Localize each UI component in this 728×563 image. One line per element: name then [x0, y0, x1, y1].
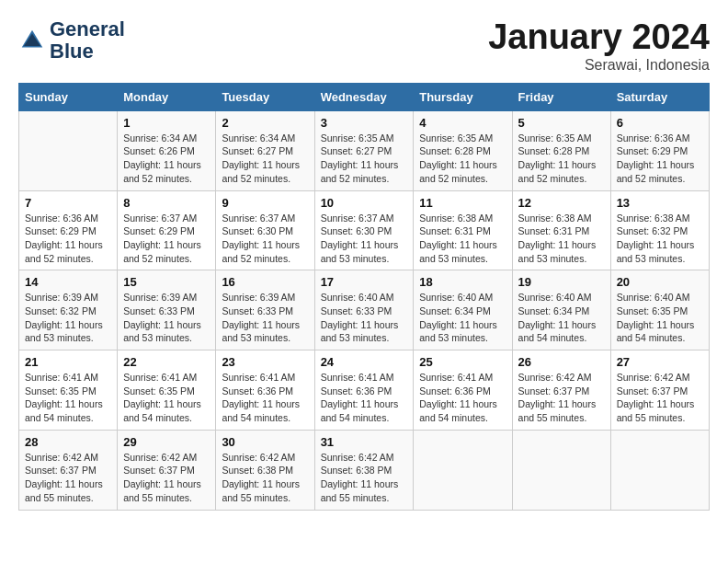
calendar-cell: 30Sunrise: 6:42 AMSunset: 6:38 PMDayligh… — [216, 430, 314, 510]
page-header: General Blue January 2024 Serawai, Indon… — [18, 18, 710, 74]
day-number: 17 — [321, 275, 408, 289]
day-number: 7 — [25, 196, 111, 210]
day-number: 23 — [222, 355, 308, 369]
logo: General Blue — [18, 18, 125, 63]
day-info: Sunrise: 6:35 AMSunset: 6:28 PMDaylight:… — [518, 132, 605, 186]
header-thursday: Thursday — [414, 83, 512, 110]
day-info: Sunrise: 6:42 AMSunset: 6:38 PMDaylight:… — [222, 451, 308, 505]
day-info: Sunrise: 6:41 AMSunset: 6:36 PMDaylight:… — [419, 371, 506, 425]
header-tuesday: Tuesday — [216, 83, 314, 110]
day-info: Sunrise: 6:34 AMSunset: 6:27 PMDaylight:… — [222, 132, 308, 186]
day-info: Sunrise: 6:37 AMSunset: 6:30 PMDaylight:… — [222, 212, 308, 266]
day-info: Sunrise: 6:42 AMSunset: 6:37 PMDaylight:… — [25, 451, 111, 505]
day-number: 22 — [123, 355, 210, 369]
day-number: 6 — [617, 116, 703, 130]
day-number: 31 — [321, 435, 408, 449]
day-info: Sunrise: 6:39 AMSunset: 6:33 PMDaylight:… — [123, 291, 210, 345]
day-info: Sunrise: 6:42 AMSunset: 6:37 PMDaylight:… — [518, 371, 605, 425]
day-info: Sunrise: 6:42 AMSunset: 6:37 PMDaylight:… — [617, 371, 703, 425]
calendar-cell: 12Sunrise: 6:38 AMSunset: 6:31 PMDayligh… — [512, 190, 610, 270]
calendar-cell: 28Sunrise: 6:42 AMSunset: 6:37 PMDayligh… — [19, 430, 118, 510]
day-number: 26 — [518, 355, 605, 369]
calendar-cell: 27Sunrise: 6:42 AMSunset: 6:37 PMDayligh… — [610, 350, 709, 431]
day-info: Sunrise: 6:38 AMSunset: 6:32 PMDaylight:… — [617, 212, 703, 266]
calendar-cell: 22Sunrise: 6:41 AMSunset: 6:35 PMDayligh… — [118, 350, 216, 431]
day-info: Sunrise: 6:41 AMSunset: 6:36 PMDaylight:… — [321, 371, 408, 425]
day-number: 9 — [222, 196, 308, 210]
calendar-cell: 7Sunrise: 6:36 AMSunset: 6:29 PMDaylight… — [19, 190, 118, 270]
day-number: 12 — [518, 196, 605, 210]
calendar-cell: 2Sunrise: 6:34 AMSunset: 6:27 PMDaylight… — [216, 110, 314, 190]
header-saturday: Saturday — [610, 83, 709, 110]
calendar-cell: 16Sunrise: 6:39 AMSunset: 6:33 PMDayligh… — [216, 270, 314, 350]
day-info: Sunrise: 6:40 AMSunset: 6:34 PMDaylight:… — [518, 291, 605, 345]
day-info: Sunrise: 6:36 AMSunset: 6:29 PMDaylight:… — [617, 132, 703, 186]
day-info: Sunrise: 6:41 AMSunset: 6:36 PMDaylight:… — [222, 371, 308, 425]
calendar-cell: 1Sunrise: 6:34 AMSunset: 6:26 PMDaylight… — [118, 110, 216, 190]
calendar-cell: 20Sunrise: 6:40 AMSunset: 6:35 PMDayligh… — [610, 270, 709, 350]
week-row-0: 1Sunrise: 6:34 AMSunset: 6:26 PMDaylight… — [19, 110, 710, 190]
day-number: 21 — [25, 355, 111, 369]
day-number: 20 — [617, 275, 703, 289]
day-number: 4 — [419, 116, 506, 130]
week-row-2: 14Sunrise: 6:39 AMSunset: 6:32 PMDayligh… — [19, 270, 710, 350]
day-info: Sunrise: 6:42 AMSunset: 6:37 PMDaylight:… — [123, 451, 210, 505]
week-row-4: 28Sunrise: 6:42 AMSunset: 6:37 PMDayligh… — [19, 430, 710, 510]
month-title: January 2024 — [488, 18, 710, 57]
logo-text: General Blue — [50, 18, 125, 63]
calendar-cell: 24Sunrise: 6:41 AMSunset: 6:36 PMDayligh… — [314, 350, 414, 431]
day-info: Sunrise: 6:35 AMSunset: 6:28 PMDaylight:… — [419, 132, 506, 186]
calendar-cell: 6Sunrise: 6:36 AMSunset: 6:29 PMDaylight… — [610, 110, 709, 190]
day-number: 18 — [419, 275, 506, 289]
day-info: Sunrise: 6:39 AMSunset: 6:32 PMDaylight:… — [25, 291, 111, 345]
location-subtitle: Serawai, Indonesia — [488, 57, 710, 74]
day-info: Sunrise: 6:37 AMSunset: 6:30 PMDaylight:… — [321, 212, 408, 266]
header-monday: Monday — [118, 83, 216, 110]
header-wednesday: Wednesday — [314, 83, 414, 110]
day-info: Sunrise: 6:40 AMSunset: 6:35 PMDaylight:… — [617, 291, 703, 345]
day-info: Sunrise: 6:37 AMSunset: 6:29 PMDaylight:… — [123, 212, 210, 266]
calendar-cell — [512, 430, 610, 510]
day-number: 16 — [222, 275, 308, 289]
calendar-cell: 26Sunrise: 6:42 AMSunset: 6:37 PMDayligh… — [512, 350, 610, 431]
calendar-cell: 29Sunrise: 6:42 AMSunset: 6:37 PMDayligh… — [118, 430, 216, 510]
day-number: 14 — [25, 275, 111, 289]
calendar-cell: 9Sunrise: 6:37 AMSunset: 6:30 PMDaylight… — [216, 190, 314, 270]
day-info: Sunrise: 6:42 AMSunset: 6:38 PMDaylight:… — [321, 451, 408, 505]
header-friday: Friday — [512, 83, 610, 110]
day-number: 11 — [419, 196, 506, 210]
calendar-cell: 21Sunrise: 6:41 AMSunset: 6:35 PMDayligh… — [19, 350, 118, 431]
day-number: 5 — [518, 116, 605, 130]
calendar-header-row: SundayMondayTuesdayWednesdayThursdayFrid… — [19, 83, 710, 110]
day-info: Sunrise: 6:38 AMSunset: 6:31 PMDaylight:… — [419, 212, 506, 266]
calendar-cell: 31Sunrise: 6:42 AMSunset: 6:38 PMDayligh… — [314, 430, 414, 510]
calendar-cell: 15Sunrise: 6:39 AMSunset: 6:33 PMDayligh… — [118, 270, 216, 350]
day-info: Sunrise: 6:39 AMSunset: 6:33 PMDaylight:… — [222, 291, 308, 345]
week-row-1: 7Sunrise: 6:36 AMSunset: 6:29 PMDaylight… — [19, 190, 710, 270]
calendar-table: SundayMondayTuesdayWednesdayThursdayFrid… — [18, 83, 710, 511]
day-info: Sunrise: 6:41 AMSunset: 6:35 PMDaylight:… — [25, 371, 111, 425]
calendar-cell: 3Sunrise: 6:35 AMSunset: 6:27 PMDaylight… — [314, 110, 414, 190]
calendar-cell: 4Sunrise: 6:35 AMSunset: 6:28 PMDaylight… — [414, 110, 512, 190]
day-info: Sunrise: 6:40 AMSunset: 6:34 PMDaylight:… — [419, 291, 506, 345]
calendar-cell: 14Sunrise: 6:39 AMSunset: 6:32 PMDayligh… — [19, 270, 118, 350]
day-number: 13 — [617, 196, 703, 210]
calendar-cell: 25Sunrise: 6:41 AMSunset: 6:36 PMDayligh… — [414, 350, 512, 431]
day-number: 27 — [617, 355, 703, 369]
calendar-cell — [19, 110, 118, 190]
day-info: Sunrise: 6:34 AMSunset: 6:26 PMDaylight:… — [123, 132, 210, 186]
day-info: Sunrise: 6:38 AMSunset: 6:31 PMDaylight:… — [518, 212, 605, 266]
calendar-cell: 13Sunrise: 6:38 AMSunset: 6:32 PMDayligh… — [610, 190, 709, 270]
calendar-cell: 23Sunrise: 6:41 AMSunset: 6:36 PMDayligh… — [216, 350, 314, 431]
day-number: 15 — [123, 275, 210, 289]
calendar-cell: 5Sunrise: 6:35 AMSunset: 6:28 PMDaylight… — [512, 110, 610, 190]
day-info: Sunrise: 6:41 AMSunset: 6:35 PMDaylight:… — [123, 371, 210, 425]
day-number: 2 — [222, 116, 308, 130]
day-number: 1 — [123, 116, 210, 130]
day-number: 19 — [518, 275, 605, 289]
title-block: January 2024 Serawai, Indonesia — [488, 18, 710, 74]
day-info: Sunrise: 6:40 AMSunset: 6:33 PMDaylight:… — [321, 291, 408, 345]
calendar-cell: 11Sunrise: 6:38 AMSunset: 6:31 PMDayligh… — [414, 190, 512, 270]
calendar-cell: 8Sunrise: 6:37 AMSunset: 6:29 PMDaylight… — [118, 190, 216, 270]
day-number: 25 — [419, 355, 506, 369]
